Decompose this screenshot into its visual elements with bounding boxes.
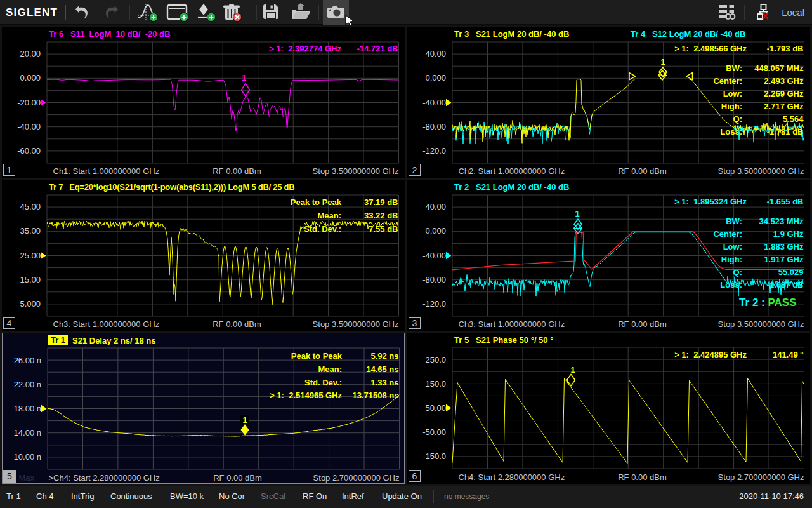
svg-text:1: 1 <box>570 365 575 375</box>
svg-text:1: 1 <box>660 57 665 67</box>
svg-text:1: 1 <box>242 73 246 83</box>
svg-text:1: 1 <box>575 208 579 218</box>
svg-text:1: 1 <box>242 415 247 425</box>
